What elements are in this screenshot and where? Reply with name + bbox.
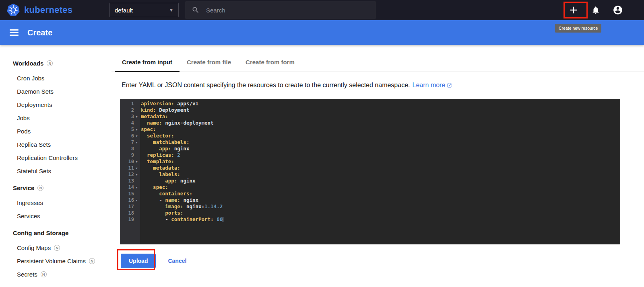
line-number: 2	[120, 107, 140, 113]
fold-caret-icon[interactable]: ▾	[134, 186, 139, 189]
brand: kubernetes	[6, 3, 109, 17]
editor-gutter: 123▾45▾6▾7▾8910▾11▾12▾1314▾1516▾171819	[120, 99, 140, 244]
fold-caret-icon[interactable]: ▾	[134, 128, 139, 131]
sidebar-item-deployments[interactable]: Deployments	[0, 98, 111, 111]
code-line[interactable]: - name: nginx	[141, 197, 620, 203]
sidebar-nav: WorkloadsNCron JobsDaemon SetsDeployment…	[0, 45, 111, 287]
line-number[interactable]: 16▾	[120, 197, 140, 203]
namespaced-badge: N	[37, 185, 43, 191]
code-line[interactable]: metadata:	[141, 113, 620, 120]
sidebar-item-services[interactable]: Services	[0, 209, 111, 223]
topbar: kubernetes default ▼	[0, 0, 644, 20]
line-number[interactable]: 10▾	[120, 158, 140, 165]
tab-create-from-file[interactable]: Create from file	[180, 53, 238, 72]
sidebar-section-service: ServiceN	[0, 180, 111, 196]
upload-button[interactable]: Upload	[121, 254, 156, 268]
sidebar-item-persistent-volume-claims[interactable]: Persistent Volume ClaimsN	[0, 254, 111, 268]
bell-icon	[591, 6, 600, 14]
code-line[interactable]: name: nginx-deployment	[141, 120, 620, 126]
page-header: Create	[0, 20, 644, 45]
editor-code[interactable]: apiVersion: apps/v1kind: Deploymentmetad…	[140, 99, 620, 244]
line-number[interactable]: 5▾	[120, 126, 140, 133]
fold-caret-icon[interactable]: ▾	[134, 160, 139, 164]
tab-create-from-form[interactable]: Create from form	[238, 53, 302, 72]
fold-caret-icon[interactable]: ▾	[134, 166, 139, 170]
namespaced-badge: N	[41, 271, 47, 277]
kubernetes-logo-icon	[6, 3, 20, 17]
line-number[interactable]: 3▾	[120, 113, 140, 120]
fold-caret-icon[interactable]: ▾	[134, 115, 139, 119]
account-button[interactable]	[611, 3, 625, 17]
sidebar-item-ingresses[interactable]: Ingresses	[0, 196, 111, 209]
sidebar-item-secrets[interactable]: SecretsN	[0, 268, 111, 281]
code-line[interactable]: template:	[141, 158, 620, 165]
code-line[interactable]: matchLabels:	[141, 139, 620, 146]
line-number: 19	[120, 216, 140, 223]
tab-create-from-input[interactable]: Create from input	[115, 53, 180, 72]
external-link-icon	[447, 83, 452, 88]
namespaced-badge: N	[47, 60, 53, 66]
sidebar-item-stateful-sets[interactable]: Stateful Sets	[0, 164, 111, 178]
namespaced-badge: N	[89, 258, 95, 264]
notifications-button[interactable]	[589, 3, 603, 17]
description-text: Enter YAML or JSON content specifying th…	[122, 82, 410, 89]
learn-more-link[interactable]: Learn more	[413, 82, 452, 89]
sidebar-item-replication-controllers[interactable]: Replication Controllers	[0, 151, 111, 164]
topbar-actions	[567, 3, 644, 17]
form-actions: Upload Cancel	[121, 254, 644, 268]
account-circle-icon	[613, 5, 623, 15]
create-resource-button[interactable]	[567, 3, 580, 17]
search-bar[interactable]	[185, 1, 376, 19]
code-line[interactable]: image: nginx:1.14.2	[141, 203, 620, 210]
code-line[interactable]: - containerPort: 80	[141, 216, 620, 223]
code-line[interactable]: labels:	[141, 171, 620, 178]
code-line[interactable]: containers:	[141, 191, 620, 197]
code-line[interactable]: app: nginx	[141, 146, 620, 152]
line-number[interactable]: 6▾	[120, 133, 140, 139]
line-number: 1	[120, 100, 140, 107]
menu-icon[interactable]	[10, 29, 19, 36]
fold-caret-icon[interactable]: ▾	[134, 134, 139, 138]
tab-bar: Create from inputCreate from fileCreate …	[111, 53, 644, 72]
search-input[interactable]	[206, 7, 359, 14]
sidebar-item-replica-sets[interactable]: Replica Sets	[0, 138, 111, 151]
code-line[interactable]: selector:	[141, 133, 620, 139]
sidebar-item-cron-jobs[interactable]: Cron Jobs	[0, 72, 111, 85]
line-number[interactable]: 7▾	[120, 139, 140, 146]
sidebar-section-workloads: WorkloadsN	[0, 55, 111, 72]
sidebar-item-jobs[interactable]: Jobs	[0, 111, 111, 125]
page-title: Create	[27, 28, 52, 37]
code-line[interactable]: spec:	[141, 126, 620, 133]
sidebar-item-config-maps[interactable]: Config MapsN	[0, 241, 111, 254]
line-number[interactable]: 11▾	[120, 165, 140, 171]
code-line[interactable]: metadata:	[141, 165, 620, 171]
namespace-select[interactable]: default ▼	[109, 3, 179, 17]
brand-name: kubernetes	[24, 5, 72, 15]
code-line[interactable]: app: nginx	[141, 178, 620, 184]
code-line[interactable]: apiVersion: apps/v1	[141, 100, 620, 107]
code-line[interactable]: kind: Deployment	[141, 107, 620, 113]
line-number: 13	[120, 178, 140, 184]
learn-more-label: Learn more	[413, 82, 446, 89]
sidebar-section-config-and-storage: Config and Storage	[0, 225, 111, 241]
yaml-editor[interactable]: 123▾45▾6▾7▾8910▾11▾12▾1314▾1516▾171819 a…	[120, 99, 620, 244]
namespace-value: default	[115, 7, 133, 14]
line-number: 8	[120, 146, 140, 152]
code-line[interactable]: replicas: 2	[141, 152, 620, 158]
line-number: 9	[120, 152, 140, 158]
fold-caret-icon[interactable]: ▾	[134, 141, 139, 144]
line-number: 15	[120, 191, 140, 197]
search-icon	[192, 6, 200, 14]
line-number[interactable]: 12▾	[120, 171, 140, 178]
sidebar-item-daemon-sets[interactable]: Daemon Sets	[0, 85, 111, 98]
plus-icon	[568, 4, 579, 16]
code-line[interactable]: spec:	[141, 184, 620, 191]
fold-caret-icon[interactable]: ▾	[134, 199, 139, 202]
line-number: 18	[120, 210, 140, 216]
sidebar-item-pods[interactable]: Pods	[0, 125, 111, 138]
line-number[interactable]: 14▾	[120, 184, 140, 191]
cancel-button[interactable]: Cancel	[168, 258, 186, 264]
layout: WorkloadsNCron JobsDaemon SetsDeployment…	[0, 45, 644, 287]
code-line[interactable]: ports:	[141, 210, 620, 216]
fold-caret-icon[interactable]: ▾	[134, 173, 139, 176]
